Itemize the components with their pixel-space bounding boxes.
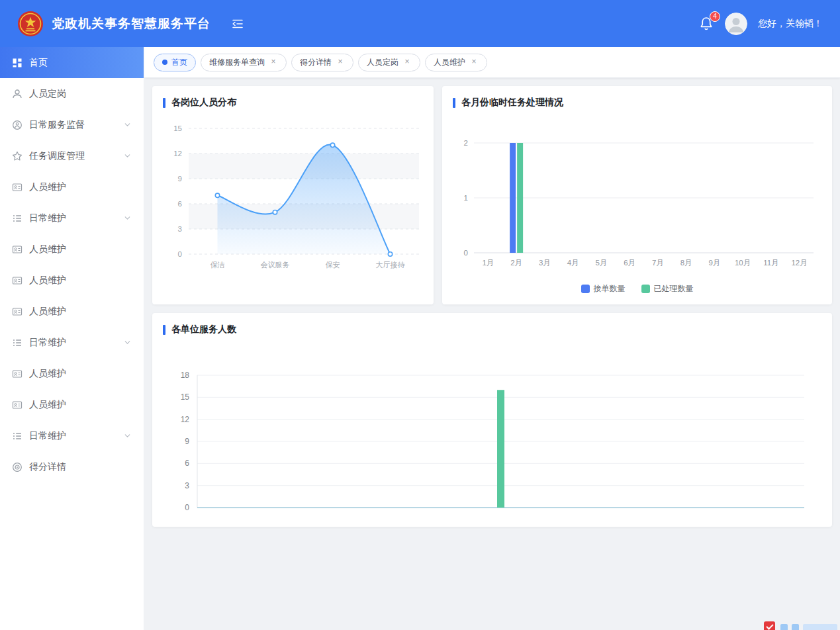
svg-text:6月: 6月 bbox=[624, 259, 635, 267]
title-accent-bar bbox=[163, 325, 165, 335]
stats-badge-glyph bbox=[780, 624, 788, 630]
svg-text:7月: 7月 bbox=[652, 259, 664, 267]
national-emblem-logo bbox=[17, 11, 44, 37]
card-title: 各月份临时任务处理情况 bbox=[442, 86, 832, 111]
svg-text:3月: 3月 bbox=[539, 259, 551, 267]
user-avatar[interactable] bbox=[725, 13, 747, 35]
list-icon bbox=[12, 431, 23, 441]
card-title-text: 各单位服务人数 bbox=[171, 324, 236, 336]
tab-0[interactable]: 首页 bbox=[154, 54, 196, 71]
list-icon bbox=[12, 213, 23, 224]
svg-text:大厅接待: 大厅接待 bbox=[376, 261, 406, 269]
sidebar-item-12[interactable]: 日常维护 bbox=[0, 420, 144, 451]
main-content: 首页维修服务单查询×得分详情×人员定岗×人员维护× 各岗位人员分布 036912… bbox=[144, 47, 840, 630]
card-icon bbox=[12, 400, 23, 410]
card-icon bbox=[12, 182, 23, 193]
tab-1[interactable]: 维修服务单查询× bbox=[201, 54, 287, 71]
svg-text:10月: 10月 bbox=[735, 259, 751, 267]
card-icon bbox=[12, 306, 23, 317]
card-icon bbox=[12, 244, 23, 255]
svg-text:5月: 5月 bbox=[595, 259, 607, 267]
active-tab-dot bbox=[162, 60, 167, 65]
sidebar-item-label: 日常维护 bbox=[29, 212, 66, 224]
tab-close-icon[interactable]: × bbox=[469, 58, 479, 67]
sidebar-item-1[interactable]: 人员定岗 bbox=[0, 78, 144, 109]
tab-2[interactable]: 得分详情× bbox=[291, 54, 353, 71]
svg-text:8月: 8月 bbox=[680, 259, 692, 267]
svg-text:12月: 12月 bbox=[791, 259, 807, 267]
svg-text:12: 12 bbox=[173, 150, 182, 158]
notification-bell-icon[interactable]: 4 bbox=[698, 16, 714, 32]
sidebar-fold-icon[interactable] bbox=[230, 17, 245, 31]
svg-text:0: 0 bbox=[178, 250, 182, 258]
app-header: 党政机关事务智慧服务平台 4 您好，关翰韬！ bbox=[0, 0, 840, 47]
svg-text:会议服务: 会议服务 bbox=[261, 261, 290, 269]
card-title: 各岗位人员分布 bbox=[152, 86, 434, 111]
legend-item-0[interactable]: 接单数量 bbox=[581, 283, 626, 294]
sidebar-item-2[interactable]: 日常服务监督 bbox=[0, 109, 144, 140]
tab-label: 维修服务单查询 bbox=[209, 57, 265, 68]
legend-item-1[interactable]: 已处理数量 bbox=[641, 283, 694, 294]
stats-badge-icon bbox=[764, 621, 775, 630]
chart-unit-service-count: 0369121518 bbox=[152, 361, 832, 527]
card-position-distribution: 各岗位人员分布 03691215保洁会议服务保安大厅接待 bbox=[152, 86, 434, 304]
svg-text:3: 3 bbox=[185, 481, 189, 490]
svg-text:9: 9 bbox=[185, 437, 189, 446]
chevron-down-icon bbox=[123, 120, 132, 129]
sidebar-item-5[interactable]: 日常维护 bbox=[0, 202, 144, 234]
svg-text:保洁: 保洁 bbox=[210, 261, 225, 269]
tab-3[interactable]: 人员定岗× bbox=[358, 54, 420, 71]
sidebar-item-8[interactable]: 人员维护 bbox=[0, 296, 144, 327]
stats-badge-strip bbox=[803, 624, 837, 630]
svg-text:9: 9 bbox=[178, 175, 182, 183]
sidebar-item-label: 任务调度管理 bbox=[29, 150, 85, 162]
sidebar-menu: 首页人员定岗日常服务监督任务调度管理人员维护日常维护人员维护人员维护人员维护日常… bbox=[0, 47, 144, 630]
tab-close-icon[interactable]: × bbox=[402, 58, 412, 67]
svg-text:0: 0 bbox=[185, 503, 189, 512]
user-icon bbox=[12, 89, 23, 99]
sidebar-item-4[interactable]: 人员维护 bbox=[0, 171, 144, 202]
chart-legend: 接单数量已处理数量 bbox=[442, 283, 832, 294]
sidebar-item-0[interactable]: 首页 bbox=[0, 47, 144, 78]
svg-text:11月: 11月 bbox=[763, 259, 778, 267]
sidebar-item-label: 人员维护 bbox=[29, 275, 66, 287]
star-icon bbox=[12, 151, 23, 161]
stats-badge-content bbox=[780, 624, 837, 630]
sidebar-item-label: 人员维护 bbox=[29, 181, 66, 193]
svg-text:15: 15 bbox=[173, 124, 182, 132]
list-icon bbox=[12, 338, 23, 348]
svg-text:18: 18 bbox=[181, 371, 190, 380]
sidebar-item-label: 人员维护 bbox=[29, 368, 66, 380]
sidebar-item-11[interactable]: 人员维护 bbox=[0, 389, 144, 420]
svg-text:15: 15 bbox=[181, 392, 190, 402]
legend-label: 已处理数量 bbox=[654, 283, 694, 294]
svg-text:6: 6 bbox=[178, 200, 182, 208]
svg-text:9月: 9月 bbox=[708, 259, 720, 267]
sidebar-item-13[interactable]: 得分详情 bbox=[0, 451, 144, 482]
sidebar-item-6[interactable]: 人员维护 bbox=[0, 234, 144, 265]
svg-text:4月: 4月 bbox=[567, 259, 579, 267]
corner-stats-badge[interactable] bbox=[764, 624, 837, 630]
svg-text:3: 3 bbox=[178, 225, 182, 233]
app-title: 党政机关事务智慧服务平台 bbox=[52, 15, 210, 32]
chevron-down-icon bbox=[123, 338, 132, 347]
sidebar-item-label: 日常维护 bbox=[29, 430, 66, 442]
svg-text:0: 0 bbox=[464, 249, 468, 257]
sidebar-item-label: 首页 bbox=[29, 57, 48, 69]
monitor-icon bbox=[12, 120, 23, 130]
svg-text:12: 12 bbox=[181, 415, 190, 424]
sidebar-item-3[interactable]: 任务调度管理 bbox=[0, 140, 144, 171]
sidebar-item-10[interactable]: 人员维护 bbox=[0, 358, 144, 389]
notification-badge: 4 bbox=[710, 11, 720, 22]
user-greeting: 您好，关翰韬！ bbox=[758, 18, 823, 30]
svg-text:2月: 2月 bbox=[510, 259, 522, 267]
tab-4[interactable]: 人员维护× bbox=[425, 54, 487, 71]
sidebar-item-7[interactable]: 人员维护 bbox=[0, 265, 144, 296]
tab-label: 得分详情 bbox=[300, 57, 332, 68]
tab-label: 首页 bbox=[171, 57, 187, 68]
tab-close-icon[interactable]: × bbox=[269, 58, 278, 67]
chevron-down-icon bbox=[123, 152, 132, 160]
tab-close-icon[interactable]: × bbox=[336, 58, 345, 67]
stats-badge-glyph bbox=[792, 624, 799, 630]
sidebar-item-9[interactable]: 日常维护 bbox=[0, 327, 144, 358]
